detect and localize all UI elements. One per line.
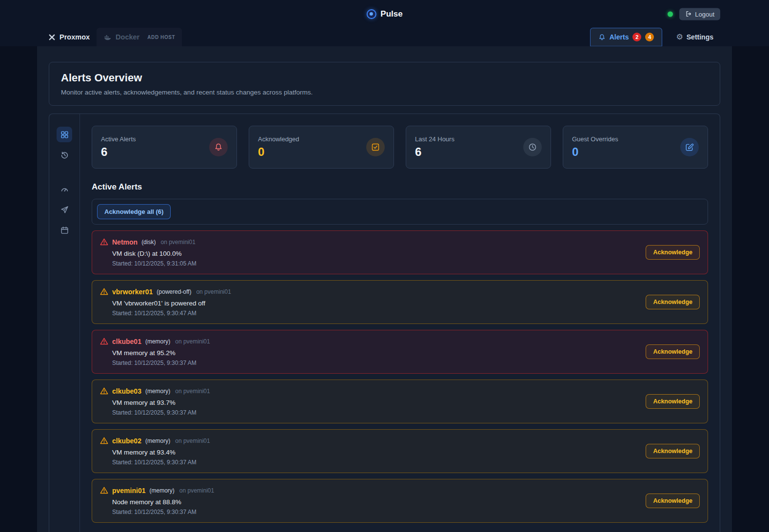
alert-card: clkube02 (memory) on pvemini01 VM memory… [92, 429, 708, 473]
stat-card-last-24-hours: Last 24 Hours 6 [406, 126, 551, 169]
acknowledge-button[interactable]: Acknowledge [646, 394, 700, 409]
alert-message: VM memory at 95.2% [112, 349, 700, 357]
warning-triangle-icon [100, 387, 108, 395]
alert-type: (disk) [141, 239, 156, 246]
add-host-button[interactable]: ADD HOST [147, 35, 175, 40]
warning-triangle-icon [100, 337, 108, 345]
alert-name: clkube02 [112, 437, 141, 445]
warning-count-badge: 4 [645, 33, 654, 41]
alert-type: (memory) [145, 338, 170, 345]
warning-triangle-icon [100, 486, 108, 494]
clock-icon [523, 138, 542, 156]
page-subtitle: Monitor active alerts, acknowledgements,… [61, 89, 708, 96]
stat-value: 6 [101, 145, 136, 159]
history-icon[interactable] [57, 147, 72, 163]
stat-value: 6 [415, 145, 454, 159]
tab-alerts[interactable]: Alerts 2 4 [590, 28, 663, 46]
stats-row: Active Alerts 6 Acknowledged 0 [92, 126, 708, 169]
stat-label: Acknowledged [258, 135, 299, 143]
alerts-list: Netmon (disk) on pvemini01 VM disk (D:\)… [92, 230, 708, 523]
stat-value: 0 [572, 145, 618, 159]
main-content: Alerts Overview Monitor active alerts, a… [37, 46, 732, 532]
alert-name: clkube01 [112, 338, 141, 345]
stat-value: 0 [258, 145, 299, 159]
main-nav: Proxmox Docker ADD HOST Alerts [0, 28, 769, 46]
alert-host: on pvemini01 [175, 437, 210, 444]
alert-message: VM memory at 93.7% [112, 399, 700, 406]
sidebar-rail [49, 114, 80, 532]
alert-type: (memory) [149, 487, 174, 494]
acknowledge-button[interactable]: Acknowledge [646, 444, 700, 458]
pulse-logo-icon [366, 9, 376, 19]
stat-card-guest-overrides: Guest Overrides 0 [563, 126, 708, 169]
acknowledge-button[interactable]: Acknowledge [646, 494, 700, 508]
acknowledge-button[interactable]: Acknowledge [646, 295, 700, 309]
alerts-toolbar: Acknowledge all (6) [92, 199, 708, 225]
tab-docker[interactable]: Docker ADD HOST [97, 28, 182, 46]
page-title: Alerts Overview [61, 72, 708, 84]
docker-icon [103, 34, 112, 41]
alert-card: clkube03 (memory) on pvemini01 VM memory… [92, 380, 708, 423]
alert-message: Node memory at 88.8% [112, 498, 700, 506]
connection-status-dot [668, 11, 673, 17]
alert-name: vbrworker01 [112, 288, 153, 296]
tab-settings-label: Settings [687, 33, 713, 41]
alert-started: Started: 10/12/2025, 9:30:47 AM [112, 310, 700, 317]
logout-label: Logout [695, 10, 714, 18]
tab-proxmox-label: Proxmox [59, 33, 90, 41]
app-title: Pulse [380, 9, 402, 19]
calendar-icon[interactable] [57, 222, 72, 238]
alert-name: clkube03 [112, 387, 141, 395]
send-icon[interactable] [57, 202, 72, 217]
bell-icon [598, 34, 606, 41]
alert-host: on pvemini01 [175, 338, 210, 345]
alert-type: (powered-off) [157, 288, 191, 295]
alert-message: VM memory at 93.4% [112, 449, 700, 456]
tab-docker-label: Docker [116, 33, 139, 41]
dashboard-grid-icon[interactable] [57, 127, 72, 142]
proxmox-icon [48, 34, 56, 41]
logout-button[interactable]: Logout [679, 8, 720, 20]
alert-name: Netmon [112, 238, 138, 246]
alert-host: on pvemini01 [160, 239, 195, 246]
alert-host: on pvemini01 [196, 288, 231, 295]
alert-type: (memory) [145, 437, 170, 444]
alert-message: VM 'vbrworker01' is powered off [112, 300, 700, 307]
alert-started: Started: 10/12/2025, 9:30:37 AM [112, 360, 700, 366]
alerts-panel: Active Alerts 6 Acknowledged 0 [49, 114, 720, 532]
tab-proxmox[interactable]: Proxmox [41, 28, 97, 46]
top-header: Pulse Logout [0, 0, 769, 28]
stat-card-active-alerts: Active Alerts 6 [92, 126, 237, 169]
acknowledge-button[interactable]: Acknowledge [646, 245, 700, 260]
critical-count-badge: 2 [632, 33, 641, 41]
alert-card: pvemini01 (memory) on pvemini01 Node mem… [92, 479, 708, 523]
alert-name: pvemini01 [112, 487, 145, 494]
app-brand: Pulse [366, 9, 402, 19]
gear-icon: ⚙ [676, 33, 683, 41]
alert-message: VM disk (D:\) at 100.0% [112, 250, 700, 257]
alert-type: (memory) [145, 388, 170, 395]
active-alerts-heading: Active Alerts [92, 182, 708, 192]
alert-started: Started: 10/12/2025, 9:31:05 AM [112, 260, 700, 267]
edit-icon [680, 138, 699, 156]
stat-card-acknowledged: Acknowledged 0 [249, 126, 394, 169]
gauge-icon[interactable] [57, 181, 72, 197]
warning-triangle-icon [100, 287, 108, 296]
alert-started: Started: 10/12/2025, 9:30:37 AM [112, 509, 700, 515]
check-square-icon [366, 138, 385, 156]
acknowledge-all-button[interactable]: Acknowledge all (6) [97, 204, 171, 219]
tab-settings[interactable]: ⚙ Settings [669, 28, 720, 46]
bell-icon [209, 138, 228, 156]
alert-host: on pvemini01 [175, 388, 210, 395]
alert-card: clkube01 (memory) on pvemini01 VM memory… [92, 330, 708, 374]
acknowledge-button[interactable]: Acknowledge [646, 344, 700, 359]
alert-host: on pvemini01 [179, 487, 214, 494]
stat-label: Active Alerts [101, 135, 136, 143]
alert-started: Started: 10/12/2025, 9:30:37 AM [112, 409, 700, 416]
stat-label: Last 24 Hours [415, 135, 454, 143]
alert-started: Started: 10/12/2025, 9:30:37 AM [112, 459, 700, 466]
logout-icon [685, 11, 692, 18]
warning-triangle-icon [100, 238, 108, 246]
alert-card: vbrworker01 (powered-off) on pvemini01 V… [92, 280, 708, 324]
alert-card: Netmon (disk) on pvemini01 VM disk (D:\)… [92, 230, 708, 274]
